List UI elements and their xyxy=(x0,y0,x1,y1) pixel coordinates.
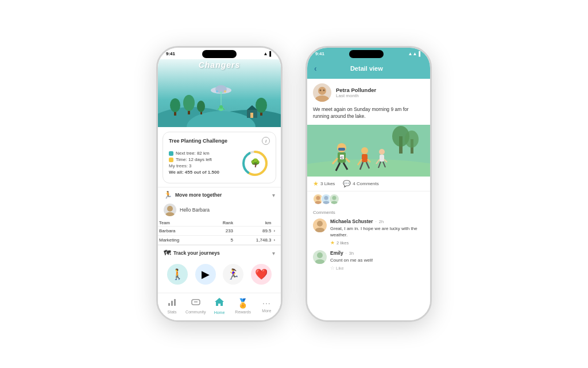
svg-rect-32 xyxy=(174,299,176,306)
nav-community[interactable]: Community xyxy=(185,297,206,314)
post-user: Petra Pollunder Last month xyxy=(307,79,430,105)
status-icons-right: ▲▲ ▌ xyxy=(408,51,422,56)
comment-text-2: Count on me as well! xyxy=(330,257,424,263)
row2-arrow[interactable]: › xyxy=(273,236,281,245)
tree-card-body: Next tree: 82 km Time: 12 days left My t… xyxy=(169,148,270,178)
time-left: 9:41 xyxy=(166,51,175,56)
card-title: Tree Planting Challenge i xyxy=(169,137,270,145)
journey-section-header[interactable]: 🗺 Track your journeys ▾ xyxy=(158,245,281,259)
hero-area: Changers xyxy=(158,59,281,127)
comments-count[interactable]: 💬 4 Comments xyxy=(343,180,378,187)
svg-point-71 xyxy=(332,195,336,200)
journey-walk-icon[interactable]: 🏃‍♀️ xyxy=(223,264,243,285)
barbara-avatar xyxy=(164,204,176,216)
post-image: 42 xyxy=(307,125,430,177)
svg-point-74 xyxy=(315,228,324,232)
tree-planting-card: Tree Planting Challenge i Next tree: 82 … xyxy=(163,132,276,183)
progress-ring: 🌳 xyxy=(240,148,270,178)
nav-home-label: Home xyxy=(214,310,225,315)
tree-stats: Next tree: 82 km Time: 12 days left My t… xyxy=(169,151,240,176)
journey-bike-icon[interactable]: 🚶 xyxy=(167,264,188,285)
hero-scene xyxy=(158,81,281,127)
table-row[interactable]: Marketing 5 1,748.3 › xyxy=(158,236,281,245)
journey-chevron[interactable]: ▾ xyxy=(272,250,275,256)
svg-point-36 xyxy=(318,87,326,95)
comment-name-1: Michaela Schuster xyxy=(330,218,373,224)
comment-name-2: Emily xyxy=(330,250,343,256)
phone-left: 9:41 ▲ ▌ Changers xyxy=(156,46,283,322)
svg-point-37 xyxy=(315,95,329,102)
row2-km: 1,748.3 xyxy=(234,236,272,245)
status-icons-left: ▲ ▌ xyxy=(263,51,273,56)
comment-header-2: Emily · 3h xyxy=(330,250,424,256)
rewards-icon: 🏅 xyxy=(237,298,249,309)
scroll-content-left[interactable]: Tree Planting Challenge i Next tree: 82 … xyxy=(158,127,281,293)
col-rank: Rank xyxy=(207,220,234,227)
like-button-2[interactable]: ☆ Like xyxy=(330,265,424,271)
notch-left xyxy=(202,50,237,58)
screen-right: 9:41 ▲▲ ▌ ‹ Detail view xyxy=(307,48,430,320)
svg-point-53 xyxy=(361,147,368,154)
comment-header-1: Michaela Schuster · 2h xyxy=(330,218,424,224)
nav-rewards[interactable]: 🏅 Rewards xyxy=(233,298,253,314)
comment-time-val-1: 2h xyxy=(379,219,384,224)
comment-text-1: Great, I am in. I hope we are lucky with… xyxy=(330,225,424,238)
nav-more[interactable]: ··· More xyxy=(256,298,277,313)
journey-heart-icon[interactable]: ❤️ xyxy=(251,264,272,285)
comment-2: Emily · 3h Count on me as well! ☆ Like xyxy=(313,250,424,271)
dot-yellow xyxy=(169,158,173,162)
nav-stats[interactable]: Stats xyxy=(162,297,183,314)
svg-point-75 xyxy=(317,252,323,258)
svg-marker-35 xyxy=(215,298,224,306)
svg-point-72 xyxy=(331,201,338,204)
nav-home[interactable]: Home xyxy=(209,297,230,315)
row1-team: Barbara xyxy=(158,227,207,236)
stat-time: Time: 12 days left xyxy=(169,157,240,162)
info-icon[interactable]: i xyxy=(262,137,270,145)
row2-team: Marketing xyxy=(158,236,207,245)
detail-scroll[interactable]: Petra Pollunder Last month We meet again… xyxy=(307,79,430,320)
greeting-text: Hello Barbara xyxy=(180,207,210,213)
move-section-title: 🏃 Move more together xyxy=(164,191,222,199)
journey-run-icon[interactable]: ▶ xyxy=(195,264,216,285)
svg-point-67 xyxy=(316,195,320,200)
post-time: Last month xyxy=(336,93,376,98)
detail-header: ‹ Detail view xyxy=(307,59,430,79)
svg-rect-30 xyxy=(168,303,170,306)
back-button[interactable]: ‹ xyxy=(314,64,317,73)
svg-point-29 xyxy=(165,212,175,216)
svg-point-21 xyxy=(219,105,223,109)
journey-section-title: 🗺 Track your journeys xyxy=(164,249,220,257)
hero-svg xyxy=(158,81,281,127)
comment-body-1: Michaela Schuster · 2h Great, I am in. I… xyxy=(330,218,424,246)
svg-point-70 xyxy=(323,201,330,204)
stat-we-all: We all: 455 out of 1.500 xyxy=(169,170,240,175)
journey-icons: 🚶 ▶ 🏃‍♀️ ❤️ xyxy=(158,259,281,289)
community-icon xyxy=(191,297,200,309)
row1-rank: 233 xyxy=(207,227,234,236)
row1-arrow[interactable]: › xyxy=(273,227,281,236)
svg-point-45 xyxy=(405,131,419,148)
comment-avatar-2 xyxy=(313,250,327,264)
svg-rect-52 xyxy=(338,148,345,151)
battery-right-icon: ▌ xyxy=(419,51,422,56)
signal-icon: ▲▲ xyxy=(408,51,417,56)
col-km: km xyxy=(234,220,272,227)
row1-km: 89.5 xyxy=(234,227,272,236)
svg-point-6 xyxy=(183,95,195,111)
reactions-bar: ★ 3 Likes 💬 4 Comments xyxy=(307,177,430,191)
post-avatar xyxy=(313,83,331,102)
svg-point-16 xyxy=(216,90,218,93)
svg-rect-54 xyxy=(362,154,368,162)
comment-1: Michaela Schuster · 2h Great, I am in. I… xyxy=(313,218,424,246)
table-row[interactable]: Barbara 233 89.5 › xyxy=(158,227,281,236)
comment-like-1[interactable]: ★ 2 likes xyxy=(330,240,424,246)
move-section-header[interactable]: 🏃 Move more together ▾ xyxy=(158,187,281,201)
likes-count[interactable]: ★ 3 Likes xyxy=(313,180,335,187)
move-chevron[interactable]: ▾ xyxy=(272,192,275,198)
svg-point-76 xyxy=(315,259,324,264)
journey-icon: 🗺 xyxy=(164,249,171,257)
move-icon: 🏃 xyxy=(164,191,172,199)
more-icon: ··· xyxy=(262,298,271,308)
row2-rank: 5 xyxy=(207,236,234,245)
